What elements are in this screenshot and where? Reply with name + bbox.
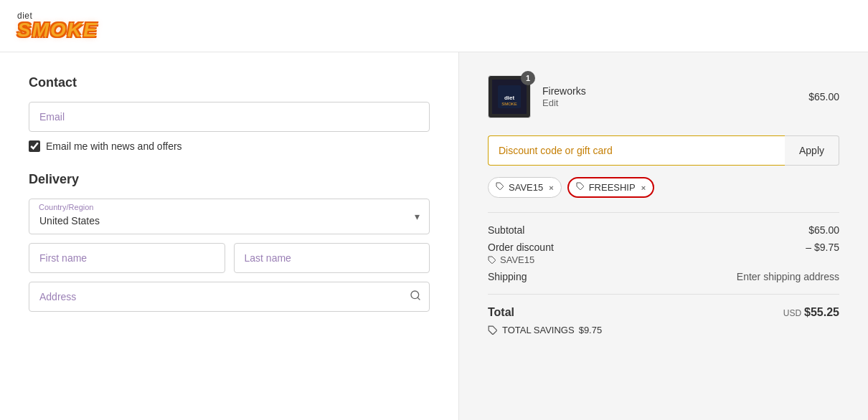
svg-text:SMOKE: SMOKE xyxy=(501,102,517,106)
shipping-value: Enter shipping address xyxy=(737,271,839,282)
total-label: Total xyxy=(488,306,514,319)
product-price: $65.00 xyxy=(808,91,839,102)
coupon-tag-freeship: FREESHIP × xyxy=(567,177,654,198)
savings-row: TOTAL SAVINGS $9.75 xyxy=(488,325,839,335)
product-name: Fireworks xyxy=(542,85,797,97)
name-row xyxy=(29,243,430,273)
main-layout: Contact Email me with news and offers De… xyxy=(0,52,868,420)
discount-input[interactable] xyxy=(488,135,785,166)
remove-save15-button[interactable]: × xyxy=(549,183,553,192)
order-discount-top: Order discount – $9.75 xyxy=(488,242,839,253)
contact-title: Contact xyxy=(29,75,430,90)
divider-1 xyxy=(488,212,839,213)
product-thumbnail-svg: diet SMOKE xyxy=(492,80,527,114)
country-select[interactable]: United States xyxy=(29,199,430,234)
last-name-field[interactable] xyxy=(234,243,430,273)
apply-button[interactable]: Apply xyxy=(785,135,839,166)
country-select-wrapper: Country/Region United States ▾ xyxy=(29,199,430,234)
shipping-label: Shipping xyxy=(488,271,527,282)
order-discount-code: SAVE15 xyxy=(500,254,534,265)
email-optin-row: Email me with news and offers xyxy=(29,140,430,152)
svg-text:diet: diet xyxy=(504,95,515,101)
tag-icon-save15 xyxy=(496,182,504,193)
coupon-code-freeship: FREESHIP xyxy=(589,182,636,193)
address-wrapper xyxy=(29,282,430,312)
first-name-field[interactable] xyxy=(29,243,225,273)
tag-icon-discount xyxy=(488,256,496,264)
left-panel: Contact Email me with news and offers De… xyxy=(0,52,459,420)
address-field[interactable] xyxy=(29,282,430,312)
discount-row: Apply xyxy=(488,135,839,166)
total-value: $55.25 xyxy=(804,306,839,318)
delivery-section: Delivery Country/Region United States ▾ xyxy=(29,172,430,312)
tag-icon-freeship xyxy=(576,182,585,193)
discount-code-detail: SAVE15 xyxy=(488,254,839,265)
logo: diet SMOKE xyxy=(17,11,851,40)
product-quantity-badge: 1 xyxy=(521,71,535,85)
remove-freeship-button[interactable]: × xyxy=(641,183,646,192)
address-search-button[interactable] xyxy=(410,290,421,304)
coupon-tags: SAVE15 × FREESHIP × xyxy=(488,177,839,198)
coupon-tag-save15: SAVE15 × xyxy=(488,177,562,198)
savings-tag-icon xyxy=(488,325,498,335)
contact-section: Contact Email me with news and offers xyxy=(29,75,430,152)
order-discount-label: Order discount xyxy=(488,242,554,253)
logo-smoke-text: SMOKE xyxy=(17,20,98,40)
order-discount-value: – $9.75 xyxy=(806,242,839,253)
product-info: Fireworks Edit xyxy=(542,85,797,108)
subtotal-label: Subtotal xyxy=(488,224,524,236)
email-field[interactable] xyxy=(29,102,430,132)
product-edit-link[interactable]: Edit xyxy=(542,97,558,108)
email-optin-label: Email me with news and offers xyxy=(46,140,182,152)
header: diet SMOKE xyxy=(0,0,868,52)
subtotal-row: Subtotal $65.00 xyxy=(488,224,839,236)
order-discount-row: Order discount – $9.75 SAVE15 xyxy=(488,242,839,265)
product-thumbnail: diet SMOKE xyxy=(492,80,527,114)
savings-value: $9.75 xyxy=(579,325,603,335)
subtotal-value: $65.00 xyxy=(808,224,839,236)
coupon-code-save15: SAVE15 xyxy=(509,182,543,193)
delivery-title: Delivery xyxy=(29,172,430,187)
right-panel: diet SMOKE 1 Fireworks Edit $65.00 Apply xyxy=(459,52,868,420)
savings-label: TOTAL SAVINGS xyxy=(502,325,575,335)
search-icon xyxy=(410,290,421,301)
shipping-row: Shipping Enter shipping address xyxy=(488,271,839,282)
product-row: diet SMOKE 1 Fireworks Edit $65.00 xyxy=(488,75,839,118)
total-amount: USD$55.25 xyxy=(783,306,839,319)
total-row: Total USD$55.25 xyxy=(488,306,839,319)
email-optin-checkbox[interactable] xyxy=(29,140,40,152)
svg-line-1 xyxy=(418,297,420,300)
product-image-wrapper: diet SMOKE 1 xyxy=(488,75,531,118)
total-currency: USD xyxy=(783,308,801,318)
divider-2 xyxy=(488,294,839,295)
